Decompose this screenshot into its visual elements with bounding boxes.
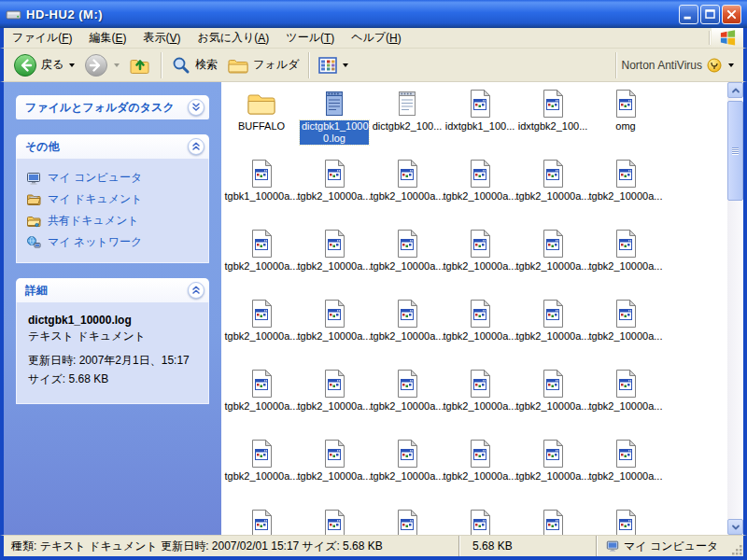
resize-grip[interactable] — [731, 544, 743, 556]
minimize-button[interactable] — [679, 5, 698, 24]
close-button[interactable] — [722, 5, 741, 24]
file-item[interactable] — [589, 508, 662, 535]
sidebar-link[interactable]: 共有ドキュメント — [26, 210, 203, 231]
forward-button[interactable] — [80, 51, 123, 79]
folders-label: フォルダ — [253, 57, 299, 73]
file-item[interactable]: tgbk2_10000a... — [225, 228, 298, 298]
file-item[interactable]: tgbk2_10000a... — [589, 368, 662, 438]
unknown-file-icon — [610, 158, 641, 189]
sidebar-link[interactable]: マイ ネットワーク — [26, 231, 203, 253]
toolbar: 戻る 検索 — [0, 49, 747, 82]
file-item[interactable]: tgbk2_10000a... — [444, 298, 516, 368]
file-label: tgbk2_10000a... — [369, 330, 446, 343]
file-item[interactable]: tgbk1_10000a... — [225, 158, 298, 228]
file-item[interactable] — [298, 508, 371, 535]
chevron-expand-icon[interactable] — [188, 99, 204, 116]
file-item[interactable] — [516, 508, 589, 535]
details-header[interactable]: 詳細 — [16, 278, 209, 302]
file-item[interactable]: idxtgbk2_100... — [516, 88, 589, 158]
file-item[interactable]: tgbk2_10000a... — [298, 438, 371, 508]
file-item[interactable]: tgbk2_10000a... — [371, 298, 444, 368]
views-dropdown-arrow[interactable] — [343, 63, 348, 67]
chevron-collapse-icon[interactable] — [188, 138, 204, 155]
vertical-scrollbar[interactable] — [727, 82, 743, 535]
file-item[interactable]: tgbk2_10000a... — [444, 158, 516, 228]
file-item[interactable] — [444, 508, 516, 535]
menu-f[interactable]: ファイル(F) — [4, 28, 80, 48]
norton-dropdown-arrow[interactable] — [728, 63, 734, 67]
scrollbar-thumb[interactable] — [727, 101, 743, 201]
scroll-down-button[interactable] — [727, 519, 743, 535]
file-item[interactable] — [225, 508, 298, 535]
file-item[interactable]: tgbk2_10000a... — [225, 438, 298, 508]
file-item[interactable]: tgbk2_10000a... — [298, 158, 371, 228]
file-item[interactable]: tgbk2_10000a... — [516, 158, 589, 228]
unknown-file-icon — [391, 368, 423, 399]
up-button[interactable] — [125, 52, 155, 78]
unknown-file-icon — [391, 508, 423, 535]
sidebar-link[interactable]: マイ ドキュメント — [26, 189, 203, 210]
back-button[interactable]: 戻る — [9, 51, 78, 79]
file-item[interactable]: tgbk2_10000a... — [371, 158, 444, 228]
file-list-view[interactable]: BUFFALO dictgbk1_10000.log dictgbk2_100.… — [221, 82, 727, 535]
menu-t[interactable]: ツール(T) — [277, 28, 343, 48]
file-item[interactable]: tgbk2_10000a... — [589, 158, 662, 228]
file-label: tgbk2_10000a... — [514, 400, 592, 413]
file-grid: BUFFALO dictgbk1_10000.log dictgbk2_100.… — [221, 82, 727, 535]
file-item[interactable]: tgbk2_10000a... — [516, 368, 589, 438]
back-label: 戻る — [41, 57, 63, 73]
file-label: tgbk2_10000a... — [296, 400, 374, 413]
search-button[interactable]: 検索 — [167, 53, 221, 77]
file-item[interactable] — [371, 508, 444, 535]
window-bottom-border — [0, 556, 747, 560]
file-item[interactable]: tgbk2_10000a... — [589, 438, 662, 508]
file-item[interactable]: tgbk2_10000a... — [444, 368, 516, 438]
folders-button[interactable]: フォルダ — [223, 52, 303, 78]
file-item[interactable]: tgbk2_10000a... — [225, 298, 298, 368]
other-places-header[interactable]: その他 — [16, 134, 209, 159]
unknown-file-icon — [464, 88, 496, 119]
menu-e[interactable]: 編集(E) — [80, 28, 134, 48]
file-item[interactable]: tgbk2_10000a... — [371, 228, 444, 298]
statusbar: 種類: テキスト ドキュメント 更新日時: 2007/02/01 15:17 サ… — [0, 535, 747, 556]
folder-up-icon — [129, 54, 151, 77]
file-item[interactable]: dictgbk2_100... — [371, 88, 444, 158]
sidebar-link[interactable]: マイ コンピュータ — [26, 167, 203, 189]
file-item[interactable]: BUFFALO — [225, 88, 298, 158]
file-item[interactable]: tgbk2_10000a... — [298, 368, 371, 438]
norton-antivirus-control[interactable]: Norton AntiVirus — [622, 58, 739, 73]
forward-dropdown-arrow — [114, 63, 120, 67]
file-item[interactable]: tgbk2_10000a... — [225, 368, 298, 438]
task-pane-sidebar: ファイルとフォルダのタスク その他 マイ コンピュータ マイ ドキュメント — [4, 82, 221, 535]
maximize-button[interactable] — [700, 5, 720, 24]
menu-a[interactable]: お気に入り(A) — [190, 28, 278, 48]
file-item[interactable]: tgbk2_10000a... — [444, 438, 516, 508]
scroll-up-button[interactable] — [727, 82, 743, 98]
file-item[interactable]: tgbk2_10000a... — [371, 438, 444, 508]
file-item[interactable]: tgbk2_10000a... — [444, 228, 516, 298]
file-label: tgbk2_10000a... — [223, 400, 301, 413]
file-item[interactable]: dictgbk1_10000.log — [298, 88, 371, 158]
file-item[interactable]: omg — [589, 88, 662, 158]
back-dropdown-arrow[interactable] — [69, 63, 75, 67]
file-item[interactable]: idxtgbk1_100... — [444, 88, 516, 158]
file-label: tgbk2_10000a... — [442, 470, 519, 483]
file-folder-tasks-header[interactable]: ファイルとフォルダのタスク — [16, 95, 209, 119]
file-item[interactable]: tgbk2_10000a... — [516, 298, 589, 368]
file-item[interactable]: tgbk2_10000a... — [298, 228, 371, 298]
file-label: tgbk2_10000a... — [442, 260, 519, 273]
unknown-file-icon — [318, 228, 350, 259]
chevron-collapse-icon[interactable] — [188, 282, 204, 299]
menu-v[interactable]: 表示(V) — [134, 28, 189, 48]
file-item[interactable]: tgbk2_10000a... — [589, 298, 662, 368]
file-item[interactable]: tgbk2_10000a... — [516, 228, 589, 298]
folders-icon — [227, 54, 249, 77]
other-places-list: マイ コンピュータ マイ ドキュメント 共有ドキュメント マイ ネットワーク — [16, 159, 209, 263]
file-item[interactable]: tgbk2_10000a... — [371, 368, 444, 438]
file-item[interactable]: tgbk2_10000a... — [516, 438, 589, 508]
views-button[interactable] — [315, 55, 352, 76]
menu-h[interactable]: ヘルプ(H) — [343, 28, 410, 48]
toolbar-separator-3 — [615, 52, 616, 78]
file-item[interactable]: tgbk2_10000a... — [298, 298, 371, 368]
file-item[interactable]: tgbk2_10000a... — [589, 228, 662, 298]
